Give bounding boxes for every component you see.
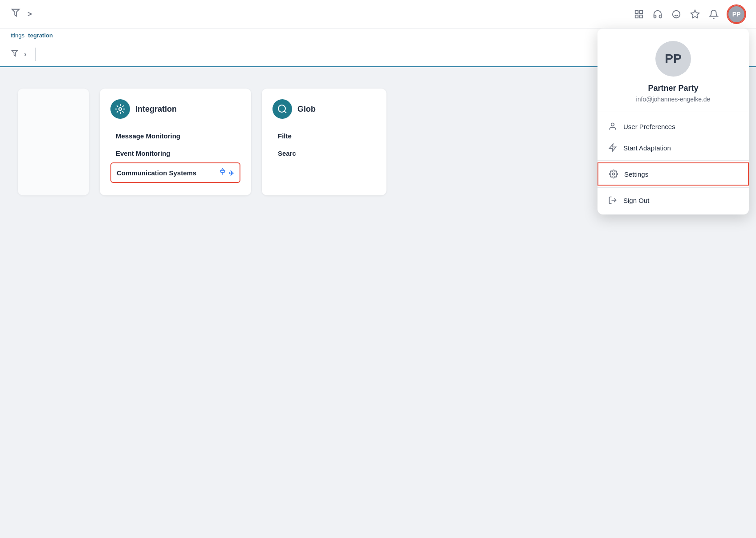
svg-rect-4 (640, 15, 642, 17)
integration-menu-items: Message Monitoring Event Monitoring Comm… (110, 128, 240, 183)
svg-point-17 (613, 173, 615, 175)
start-adaptation-item[interactable]: Start Adaptation (597, 137, 749, 158)
start-adaptation-label: Start Adaptation (623, 144, 671, 152)
svg-rect-2 (640, 10, 642, 13)
global-card-header: Glob (272, 99, 376, 119)
settings-icon (609, 170, 618, 178)
sign-out-icon (608, 196, 617, 205)
filter-bar-icon (11, 49, 19, 59)
svg-line-14 (285, 111, 286, 113)
headset-icon[interactable] (653, 9, 663, 19)
svg-marker-0 (12, 9, 20, 16)
svg-rect-3 (635, 15, 638, 17)
integration-card: Integration Message Monitoring Event Mon… (100, 89, 251, 195)
settings-item[interactable]: Settings (597, 162, 749, 186)
avatar-button[interactable]: PP (728, 5, 745, 23)
svg-point-15 (611, 123, 614, 126)
user-dropdown-header: PP Partner Party info@johannes-engelke.d… (597, 28, 749, 112)
settings-label: Settings (624, 170, 648, 178)
star-icon[interactable] (690, 9, 700, 19)
sign-out-label: Sign Out (623, 197, 649, 204)
message-monitoring-item[interactable]: Message Monitoring (110, 128, 240, 144)
svg-marker-8 (691, 10, 699, 17)
header: > (0, 0, 756, 28)
communication-systems-item[interactable]: Communication Systems ✈ (110, 162, 240, 183)
vertical-divider (35, 48, 36, 61)
expand-arrow[interactable]: › (24, 50, 26, 58)
user-name: Partner Party (608, 84, 738, 93)
search-item[interactable]: Searc (272, 145, 376, 162)
integration-card-title: Integration (135, 105, 177, 114)
bell-icon[interactable] (709, 9, 719, 19)
breadcrumb-item-1[interactable]: ttings (11, 32, 24, 39)
face-icon[interactable] (671, 9, 681, 19)
global-menu-items: Filte Searc (272, 128, 376, 162)
svg-point-13 (278, 105, 285, 112)
header-icons: PP (634, 5, 745, 23)
grid-icon[interactable] (634, 9, 644, 19)
integration-card-header: Integration (110, 99, 240, 119)
dropdown-menu: User Preferences Start Adaptation Settin… (597, 112, 749, 214)
svg-point-10 (119, 108, 122, 110)
svg-marker-16 (610, 144, 616, 152)
sign-out-item[interactable]: Sign Out (597, 190, 749, 211)
integration-card-icon (110, 99, 130, 119)
dropdown-divider-2 (597, 187, 749, 188)
event-monitoring-item[interactable]: Event Monitoring (110, 145, 240, 162)
start-adaptation-icon (608, 143, 617, 152)
header-left: > (11, 8, 32, 20)
global-card-title: Glob (297, 105, 316, 114)
user-avatar-large: PP (655, 41, 691, 77)
user-preferences-item[interactable]: User Preferences (597, 116, 749, 137)
global-card: Glob Filte Searc (262, 89, 386, 195)
empty-card (18, 89, 89, 195)
svg-rect-1 (635, 10, 638, 13)
global-card-icon (272, 99, 292, 119)
user-preferences-icon (608, 122, 617, 131)
filter-icon[interactable] (11, 8, 20, 20)
expand-button[interactable]: > (28, 10, 32, 18)
dropdown-divider-1 (597, 160, 749, 161)
user-preferences-label: User Preferences (623, 123, 675, 130)
user-dropdown: PP Partner Party info@johannes-engelke.d… (597, 28, 749, 214)
svg-marker-9 (12, 50, 18, 56)
user-email: info@johannes-engelke.de (608, 96, 738, 103)
svg-point-5 (673, 10, 680, 18)
breadcrumb-item-2[interactable]: tegration (28, 32, 53, 39)
pin-icon: ✈ (219, 168, 234, 178)
filter-item[interactable]: Filte (272, 128, 376, 144)
